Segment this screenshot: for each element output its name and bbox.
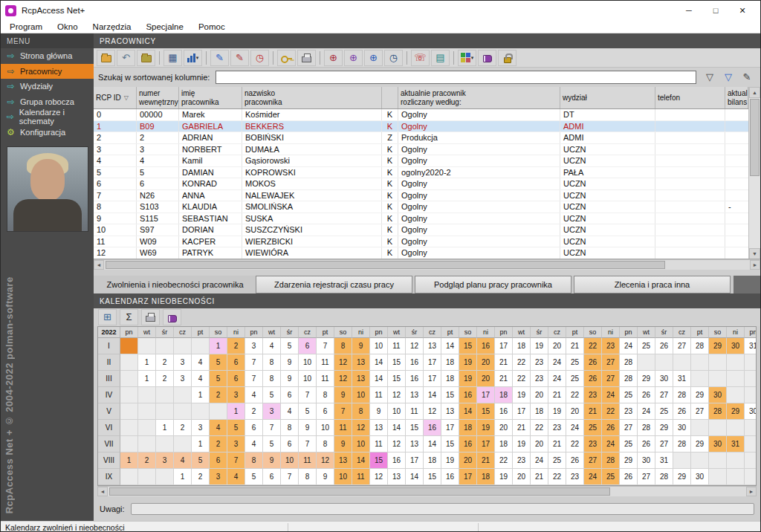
calendar-day[interactable]: 12 [424,403,441,420]
column-header-imie-pracownika[interactable]: imię pracownika [179,87,242,108]
calendar-day[interactable] [673,452,691,469]
calendar-day[interactable]: 2 [156,371,174,387]
vertical-scroll-thumb[interactable] [750,99,760,176]
calendar-day[interactable]: 4 [192,371,210,387]
menu-specjalne[interactable]: Specjalne [138,22,191,31]
lock-button[interactable] [498,50,516,66]
sidebar-item-grupa-robocza[interactable]: ⇨Grupa robocza [1,94,94,110]
calendar-day[interactable]: 14 [424,436,441,452]
calendar-day[interactable]: 16 [406,371,424,387]
calendar-day[interactable]: 12 [334,371,352,387]
calendar-day[interactable]: 27 [602,371,620,387]
calendar-day[interactable]: 30 [673,420,691,436]
calendar-day[interactable] [156,403,174,420]
schema-grid-button[interactable]: ⊞ [98,309,117,325]
calendar-day[interactable]: 30 [745,403,757,420]
calendar-day[interactable]: 28 [709,403,727,420]
calendar-day[interactable]: 3 [192,420,210,436]
column-header-nazwisko-pracownika[interactable]: nazwisko pracownika [242,87,382,108]
calendar-day[interactable]: 28 [673,436,691,452]
calendar-day[interactable]: 9 [370,403,388,420]
calendar-day[interactable]: 17 [424,354,441,371]
calendar-day[interactable]: 17 [513,403,531,420]
calendar-day[interactable]: 17 [459,469,477,485]
calendar-day[interactable]: 22 [566,436,584,452]
calendar-day[interactable] [210,403,227,420]
calendar-day[interactable] [120,371,138,387]
calendar-day[interactable]: 23 [531,354,548,371]
calendar-day[interactable]: 21 [548,436,566,452]
calendar-day[interactable] [120,403,138,420]
calendar-day[interactable]: 29 [638,371,655,387]
calendar-day[interactable]: 4 [263,338,281,354]
calendar-day[interactable]: 18 [477,469,495,485]
calendar-day[interactable]: 19 [548,403,566,420]
calendar-day[interactable]: 11 [317,371,334,387]
open-folder-button[interactable] [97,50,115,66]
calendar-day[interactable]: 31 [673,371,691,387]
calendar-day[interactable]: 13 [352,354,370,371]
calendar-day[interactable]: 6 [263,469,281,485]
calendar-day[interactable]: 5 [210,371,227,387]
menu-program[interactable]: Program [2,22,50,31]
tab-zlecenia-i-praca-inna[interactable]: Zlecenia i praca inna [574,276,731,293]
calendar-day[interactable]: 27 [691,403,709,420]
calendar-day[interactable]: 1 [138,354,156,371]
scroll-left-button[interactable]: ◄ [94,260,104,270]
calendar-day[interactable]: 2 [156,354,174,371]
calendar-day[interactable]: 17 [477,387,495,403]
calendar-day[interactable]: 31 [727,436,745,452]
send-folder-button[interactable] [137,50,155,66]
calendar-day[interactable]: 26 [655,338,673,354]
print-button[interactable] [141,309,160,325]
calendar-day[interactable]: 25 [620,387,638,403]
calendar-day[interactable] [174,387,192,403]
calendar-day[interactable]: 16 [459,436,477,452]
calendar-day[interactable]: 13 [370,420,388,436]
calendar-day[interactable]: 2 [210,436,227,452]
calendar-day[interactable]: 31 [655,452,673,469]
calendar-day[interactable]: 5 [227,420,245,436]
calendar-day[interactable]: 23 [548,420,566,436]
calendar-day[interactable]: 15 [441,436,459,452]
calendar-day[interactable]: 21 [548,387,566,403]
filter-advanced-button[interactable]: ▽ [721,70,736,85]
calendar-day[interactable]: 21 [495,354,513,371]
calendar-day[interactable]: 11 [406,403,424,420]
calendar-day[interactable]: 29 [727,403,745,420]
calendar-day[interactable] [709,371,727,387]
table-row[interactable]: 10S97DORIANSUSZCZYŃSKIKOgolnyUCZN [94,224,760,236]
calendar-day[interactable]: 8 [352,403,370,420]
calendar-day[interactable]: 3 [174,354,192,371]
calendar-day[interactable]: 20 [566,403,584,420]
calendar-day[interactable]: 22 [513,354,531,371]
calendar-day[interactable]: 19 [459,354,477,371]
calendar-day[interactable]: 7 [334,403,352,420]
calendar-day[interactable]: 15 [459,338,477,354]
calendar-day[interactable] [727,354,745,371]
calendar-day[interactable]: 4 [174,452,192,469]
calendar-day[interactable]: 17 [424,371,441,387]
calendar-day[interactable]: 17 [441,420,459,436]
globe-blue-button[interactable]: ⊕ [364,50,383,66]
calendar-day[interactable]: 7 [299,387,317,403]
sum-button[interactable]: Σ [120,309,138,325]
calendar-day[interactable]: 19 [477,420,495,436]
calendar-day[interactable]: 22 [548,469,566,485]
calendar-day[interactable]: 8 [334,338,352,354]
calendar-day[interactable]: 28 [638,420,655,436]
calendar-day[interactable]: 16 [459,387,477,403]
calendar-day[interactable] [120,469,138,485]
calendar-scroll-left-button[interactable]: ◄ [97,487,108,496]
calendar-day[interactable]: 18 [531,403,548,420]
legend-book-button[interactable] [163,309,181,325]
calendar-day[interactable]: 2 [245,403,263,420]
calendar-day[interactable]: 9 [352,338,370,354]
calendar-day[interactable]: 13 [406,436,424,452]
print-button[interactable] [297,50,316,66]
sidebar-item-wydzialy[interactable]: ⇨Wydziały [1,79,94,94]
calendar-day[interactable]: 25 [620,436,638,452]
calendar-day[interactable] [174,403,192,420]
calendar-day[interactable]: 10 [299,371,317,387]
calendar-day[interactable] [174,338,192,354]
